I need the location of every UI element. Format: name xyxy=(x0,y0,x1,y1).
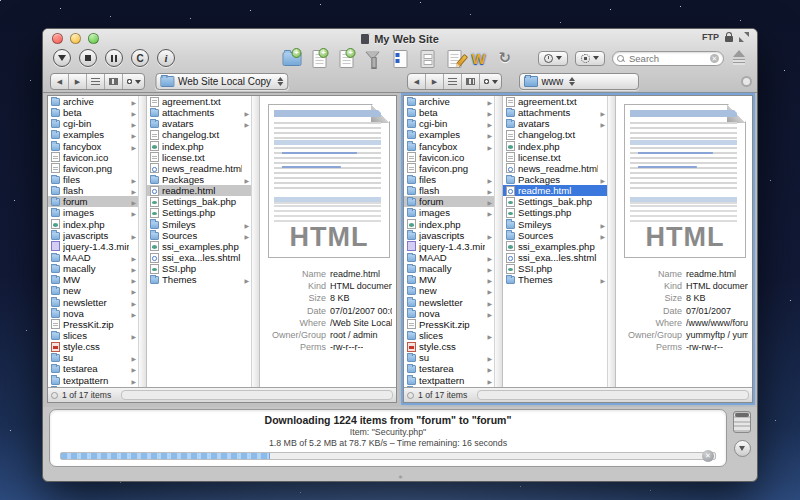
sync-button[interactable]: ↻ xyxy=(499,49,518,68)
file-row[interactable]: favicon.ico xyxy=(48,152,138,163)
file-row[interactable]: su xyxy=(48,352,138,363)
file-row[interactable]: ssi_examples.php xyxy=(503,241,607,252)
forward-button[interactable]: ▶ xyxy=(426,74,444,89)
file-row[interactable]: fancybox xyxy=(404,141,494,152)
file-row[interactable]: ssi_exa...les.shtml xyxy=(503,252,607,263)
file-row[interactable]: beta xyxy=(404,107,494,118)
collapse-transfer-button[interactable] xyxy=(734,440,751,457)
file-row[interactable]: avatars xyxy=(503,118,607,129)
file-row[interactable]: MAAD xyxy=(404,252,494,263)
file-row[interactable]: macally xyxy=(404,263,494,274)
file-row[interactable]: MAAD xyxy=(48,252,138,263)
scrollbar[interactable] xyxy=(138,96,147,387)
file-row[interactable]: textpattern xyxy=(48,375,138,386)
titlebar[interactable]: My Web Site FTP xyxy=(43,29,757,48)
file-row[interactable]: cgi-bin xyxy=(48,118,138,129)
file-row[interactable]: slices xyxy=(404,330,494,341)
clear-search-icon[interactable]: ✕ xyxy=(710,54,719,63)
info-button[interactable]: i xyxy=(157,49,175,67)
file-row[interactable]: slices xyxy=(48,330,138,341)
action-menu-button[interactable] xyxy=(480,74,501,89)
file-row[interactable]: flash xyxy=(404,185,494,196)
file-row[interactable]: news_readme.html xyxy=(503,163,607,174)
search-input[interactable] xyxy=(627,52,707,65)
list-view-button[interactable] xyxy=(444,74,462,89)
file-row[interactable]: testarea xyxy=(48,363,138,374)
file-row[interactable]: ssi_examples.php xyxy=(147,241,251,252)
file-row[interactable]: Settings.php xyxy=(503,207,607,218)
file-row[interactable]: ssi_exa...les.shtml xyxy=(147,252,251,263)
file-row[interactable]: Smileys xyxy=(503,219,607,230)
file-row[interactable]: news_readme.html xyxy=(147,163,251,174)
file-row[interactable]: javascripts xyxy=(48,230,138,241)
file-row[interactable]: style.css xyxy=(404,341,494,352)
file-row[interactable]: images xyxy=(404,207,494,218)
file-row[interactable]: forum xyxy=(404,196,494,207)
permissions-button[interactable] xyxy=(418,49,437,68)
file-row[interactable]: readme.html xyxy=(147,185,251,196)
history-dropdown[interactable] xyxy=(538,51,568,66)
minimize-button[interactable] xyxy=(70,33,81,44)
list-view-button[interactable] xyxy=(87,74,105,89)
file-row[interactable]: new xyxy=(404,285,494,296)
file-row[interactable]: changelog.txt xyxy=(147,129,251,140)
file-row[interactable]: favicon.png xyxy=(48,163,138,174)
file-row[interactable]: SSI.php xyxy=(503,263,607,274)
close-button[interactable] xyxy=(52,33,63,44)
stop-button[interactable] xyxy=(79,49,97,67)
file-row[interactable]: images xyxy=(48,207,138,218)
file-row[interactable]: license.txt xyxy=(503,152,607,163)
file-row[interactable]: new xyxy=(48,285,138,296)
file-row[interactable]: newsletter xyxy=(48,297,138,308)
file-row[interactable]: attachments xyxy=(503,107,607,118)
action-menu-button[interactable] xyxy=(123,74,144,89)
file-row[interactable]: index.php xyxy=(147,141,251,152)
file-row[interactable]: files xyxy=(48,174,138,185)
file-row[interactable]: archive xyxy=(48,96,138,107)
file-row[interactable]: avatars xyxy=(147,118,251,129)
back-button[interactable]: ◀ xyxy=(51,74,69,89)
file-row[interactable]: macally xyxy=(48,263,138,274)
horizontal-scrollbar[interactable] xyxy=(121,390,393,400)
scrollbar[interactable] xyxy=(251,96,260,387)
filter-button[interactable] xyxy=(364,49,383,68)
file-row[interactable]: favicon.png xyxy=(404,163,494,174)
file-row[interactable]: MW xyxy=(48,274,138,285)
file-row[interactable]: nova xyxy=(48,308,138,319)
reconnect-button[interactable]: C xyxy=(131,49,149,67)
file-row[interactable]: forum xyxy=(48,196,138,207)
file-row[interactable]: Themes xyxy=(503,274,607,285)
file-row[interactable]: PressKit.zip xyxy=(48,319,138,330)
file-row[interactable]: readme.html xyxy=(503,185,607,196)
file-row[interactable]: license.txt xyxy=(147,152,251,163)
file-row[interactable]: nova xyxy=(404,308,494,319)
file-row[interactable]: Smileys xyxy=(147,219,251,230)
left-location-popup[interactable]: Web Site Local Copy xyxy=(155,73,288,90)
column-view-button[interactable] xyxy=(105,74,123,89)
edit-button[interactable] xyxy=(445,49,464,68)
yummyftp-logo-button[interactable]: W xyxy=(472,49,491,68)
file-row[interactable]: Settings_bak.php xyxy=(147,196,251,207)
settings-dropdown[interactable] xyxy=(575,51,605,66)
file-row[interactable]: SSI.php xyxy=(147,263,251,274)
new-folder-button[interactable]: + xyxy=(283,49,302,68)
file-row[interactable]: archive xyxy=(404,96,494,107)
file-row[interactable]: su xyxy=(404,352,494,363)
file-row[interactable]: jquery-1.4.3.min.js xyxy=(48,241,138,252)
file-row[interactable]: flash xyxy=(48,185,138,196)
fullscreen-icon[interactable] xyxy=(739,32,749,42)
file-row[interactable]: cgi-bin xyxy=(404,118,494,129)
file-row[interactable]: jquery-1.4.3.min.js xyxy=(404,241,494,252)
file-row[interactable]: favicon.ico xyxy=(404,152,494,163)
file-row[interactable]: attachments xyxy=(147,107,251,118)
file-row[interactable]: testarea xyxy=(404,363,494,374)
file-row[interactable]: Settings_bak.php xyxy=(503,196,607,207)
file-row[interactable]: examples xyxy=(48,129,138,140)
file-row[interactable]: textpattern xyxy=(404,375,494,386)
file-row[interactable]: examples xyxy=(404,129,494,140)
file-row[interactable]: javascripts xyxy=(404,230,494,241)
file-row[interactable]: PressKit.zip xyxy=(404,319,494,330)
column-view-button[interactable] xyxy=(462,74,480,89)
queue-eject-icon[interactable] xyxy=(731,50,747,66)
file-row[interactable]: index.php xyxy=(503,141,607,152)
